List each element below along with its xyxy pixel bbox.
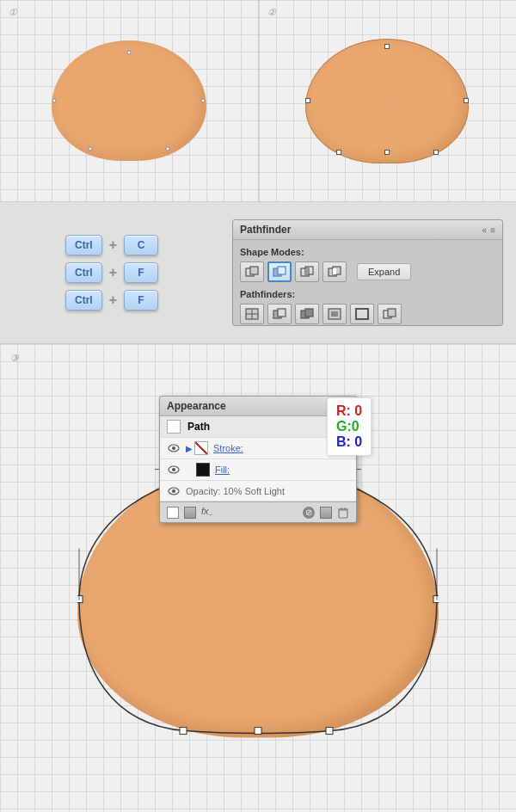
shape-container-1 <box>0 0 258 201</box>
ctrl-key-1[interactable]: Ctrl <box>65 235 102 255</box>
pathfinders-row <box>240 304 495 324</box>
opacity-eye-icon[interactable] <box>167 486 181 496</box>
fill-eye-icon[interactable] <box>167 464 181 475</box>
delete-icon[interactable] <box>337 507 349 519</box>
shape-modes-row: Expand <box>240 261 495 282</box>
footer-square-icon[interactable] <box>167 507 179 519</box>
plus-icon-2: + <box>109 265 117 280</box>
duplicate-icon[interactable] <box>320 507 332 519</box>
path-label: Path <box>187 421 210 433</box>
appearance-footer: fx~ ⊘ <box>160 502 356 522</box>
stroke-label[interactable]: Stroke: <box>213 443 243 453</box>
key-row-1: Ctrl + C <box>65 235 158 255</box>
panel-1-number: ① <box>9 7 17 18</box>
stroke-swatch[interactable] <box>194 441 208 455</box>
svg-rect-16 <box>305 309 313 317</box>
shape-2 <box>305 39 469 163</box>
expand-button[interactable]: Expand <box>357 263 411 280</box>
key-row-2: Ctrl + F <box>65 262 158 283</box>
fill-row: Fill: <box>160 459 356 481</box>
fill-black-swatch[interactable] <box>196 463 210 477</box>
svg-rect-19 <box>356 309 368 319</box>
key-row-3: Ctrl + F <box>65 290 158 311</box>
canvas-panel-1: ① <box>0 0 259 201</box>
opacity-label: Opacity: 10% Soft Light <box>186 486 285 496</box>
svg-rect-38 <box>339 510 347 518</box>
fill-label[interactable]: Fill: <box>215 464 230 475</box>
unite-btn[interactable] <box>240 261 264 282</box>
c-key[interactable]: C <box>124 235 158 255</box>
fx-icon[interactable]: fx~ <box>201 506 212 519</box>
canvas-panel-3: ③ Appearance « ≡ <box>0 344 516 812</box>
menu-icon[interactable]: ≡ <box>490 225 495 235</box>
pathfinder-controls: « ≡ <box>482 225 495 235</box>
svg-rect-6 <box>305 268 309 274</box>
shape-container-2 <box>259 0 517 201</box>
pathfinder-panel: Pathfinder « ≡ Shape Modes: <box>232 219 503 326</box>
middle-section: Ctrl + C Ctrl + F Ctrl + F Pathfinder « … <box>0 202 516 344</box>
trim-btn[interactable] <box>267 304 292 324</box>
ctrl-key-3[interactable]: Ctrl <box>65 290 102 311</box>
svg-point-35 <box>172 468 175 471</box>
stroke-expand-arrow[interactable]: ▶ <box>186 444 193 453</box>
pathfinder-body: Shape Modes: Expand Pathfinders: <box>233 240 502 338</box>
f-key-2[interactable]: F <box>124 290 158 311</box>
plus-icon-3: + <box>109 292 117 308</box>
rgb-b-value: B: 0 <box>336 434 362 450</box>
svg-point-37 <box>172 489 175 493</box>
shape-modes-label: Shape Modes: <box>240 247 495 257</box>
pathfinder-title: Pathfinder <box>240 224 291 236</box>
rgb-badge: R: 0 G:0 B: 0 <box>327 397 372 456</box>
path-swatch <box>167 420 181 434</box>
ctrl-key-2[interactable]: Ctrl <box>65 262 102 283</box>
crop-btn[interactable] <box>322 304 347 324</box>
svg-rect-21 <box>388 309 396 317</box>
footer-sq-icon-2[interactable] <box>184 507 196 519</box>
svg-rect-14 <box>278 309 286 317</box>
svg-rect-9 <box>333 268 336 274</box>
opacity-row: Opacity: 10% Soft Light <box>160 481 356 501</box>
merge-btn[interactable] <box>295 304 319 324</box>
f-key-1[interactable]: F <box>124 262 158 283</box>
rgb-r-value: R: 0 <box>336 403 362 419</box>
panel-3-number: ③ <box>10 353 19 364</box>
shape-1 <box>52 40 206 161</box>
minus-front-btn[interactable] <box>267 261 292 282</box>
add-circle-icon[interactable]: ⊘ <box>303 507 315 519</box>
collapse-icon[interactable]: « <box>482 225 488 235</box>
svg-point-33 <box>172 446 175 450</box>
pathfinder-header: Pathfinder « ≡ <box>233 220 502 240</box>
appearance-title: Appearance <box>167 400 226 412</box>
pathfinders-label: Pathfinders: <box>240 289 495 299</box>
panel-2-number: ② <box>267 7 276 18</box>
canvas-panel-2: ② <box>259 0 517 201</box>
svg-rect-18 <box>331 311 338 317</box>
rgb-g-value: G:0 <box>336 419 362 434</box>
intersect-btn[interactable] <box>295 261 319 282</box>
divide-btn[interactable] <box>240 304 264 324</box>
minus-back-btn[interactable] <box>378 304 402 324</box>
svg-rect-3 <box>278 267 286 274</box>
svg-rect-1 <box>250 267 258 274</box>
stroke-eye-icon[interactable] <box>167 443 181 453</box>
plus-icon-1: + <box>109 237 117 253</box>
keyboard-panel: Ctrl + C Ctrl + F Ctrl + F <box>0 202 224 343</box>
outline-btn[interactable] <box>350 304 374 324</box>
exclude-btn[interactable] <box>322 261 347 282</box>
